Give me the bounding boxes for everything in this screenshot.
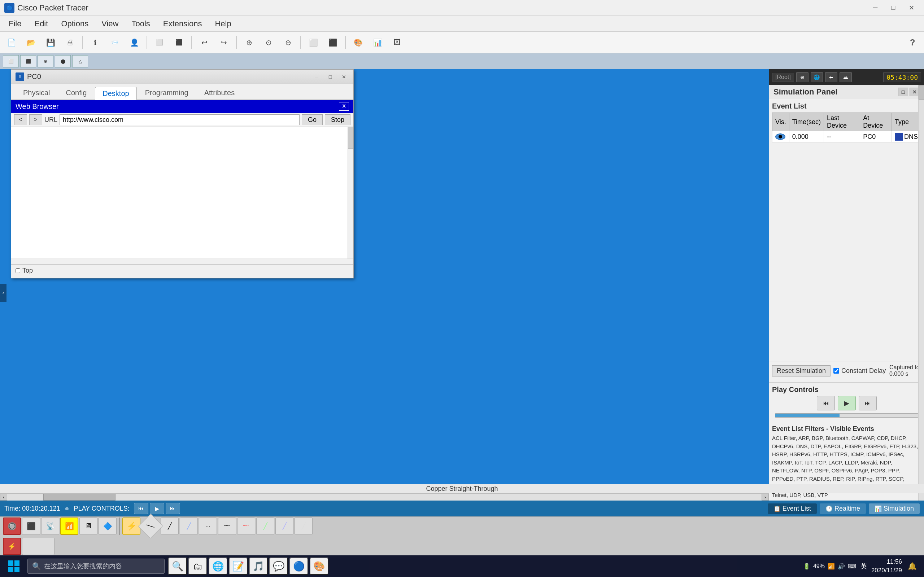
sec-tool-4[interactable]: ⬤: [55, 55, 71, 68]
wireless-device-btn[interactable]: 📶: [60, 517, 78, 535]
sim-btn-3[interactable]: ⬅: [825, 72, 837, 82]
tray-network-icon[interactable]: 📶: [828, 563, 835, 570]
browser-back-button[interactable]: <: [14, 114, 27, 125]
image-button[interactable]: 🖼: [388, 34, 406, 51]
cable-auto-btn[interactable]: ⚡: [122, 517, 141, 535]
sim-btn-4[interactable]: ⛰: [840, 72, 852, 82]
topology-button[interactable]: 📊: [369, 34, 386, 51]
taskbar-task-view-btn[interactable]: 🗂: [188, 558, 207, 575]
play-progress-bar[interactable]: [775, 413, 918, 417]
pdu-button[interactable]: 📨: [106, 34, 123, 51]
event-list-tab[interactable]: 📋 Event List: [768, 503, 817, 514]
cable-straight-btn[interactable]: ╲: [138, 514, 163, 538]
vertical-scrollbar[interactable]: [347, 127, 353, 264]
cable-coax-btn[interactable]: 〰: [237, 517, 255, 535]
col-vis[interactable]: Vis.: [772, 113, 789, 131]
taskbar-cortana-btn[interactable]: 🔍: [168, 558, 187, 575]
move-layout-button[interactable]: ⬛: [324, 34, 341, 51]
menu-tools[interactable]: Tools: [126, 18, 156, 30]
tab-config[interactable]: Config: [58, 86, 94, 100]
constant-delay-checkbox[interactable]: [834, 368, 839, 374]
menu-help[interactable]: Help: [209, 18, 237, 30]
cable-usb-btn[interactable]: ╱: [256, 517, 274, 535]
tab-attributes[interactable]: Attributes: [197, 86, 242, 100]
tray-battery-icon[interactable]: 🔋: [803, 563, 810, 570]
cable-iotCustom-btn[interactable]: ╱: [294, 517, 313, 535]
start-button[interactable]: [3, 558, 24, 575]
window-title-bar[interactable]: 🖥 PC0 ─ □ ✕: [11, 69, 353, 84]
col-type[interactable]: Type: [892, 113, 921, 131]
switch-device-btn[interactable]: ⬛: [22, 517, 40, 535]
search-bar[interactable]: 🔍 在这里输入您要搜索的内容: [27, 559, 165, 574]
scroll-track[interactable]: [7, 494, 762, 501]
sim-maximize-button[interactable]: □: [898, 88, 908, 96]
cable-crossover-btn[interactable]: ╱: [161, 517, 179, 535]
browser-close-button[interactable]: X: [339, 102, 349, 111]
taskbar-ptracer-btn[interactable]: 🔵: [289, 558, 308, 575]
cable-phone-btn[interactable]: 〰: [218, 517, 236, 535]
reset-simulation-button[interactable]: Reset Simulation: [772, 365, 830, 377]
browser-forward-button[interactable]: >: [29, 114, 42, 125]
col-time[interactable]: Time(sec): [789, 113, 824, 131]
palette-button[interactable]: 🎨: [349, 34, 367, 51]
save-button[interactable]: 💾: [42, 34, 59, 51]
vis-eye-icon[interactable]: [775, 134, 785, 140]
top-checkbox[interactable]: [16, 268, 20, 273]
zoom-in-button[interactable]: ⊕: [241, 34, 258, 51]
sim-panel-scrollbar[interactable]: [918, 85, 924, 516]
close-button[interactable]: ✕: [903, 2, 920, 14]
simulation-tab[interactable]: 📊 Simulation: [869, 503, 920, 514]
status-forward-button[interactable]: ⏭: [166, 503, 180, 514]
sim-scrollbar-thumb[interactable]: [919, 85, 924, 100]
horizontal-scrollbar-main[interactable]: ‹ ›: [0, 493, 769, 501]
window-minimize-button[interactable]: ─: [310, 72, 323, 82]
new-button[interactable]: 📄: [3, 34, 20, 51]
realtime-tab[interactable]: 🕐 Realtime: [820, 503, 866, 514]
window-close-button[interactable]: ✕: [338, 72, 351, 82]
hub-device-btn[interactable]: 📡: [41, 517, 59, 535]
go-button[interactable]: Go: [302, 114, 323, 125]
status-play-button[interactable]: ▶: [150, 503, 164, 514]
sec-tool-3[interactable]: ⊕: [37, 55, 53, 68]
scroll-right-arrow[interactable]: ›: [762, 494, 769, 501]
canvas-area[interactable]: ‹ 🖥 PC0 ─ □ ✕ Physical Config Desktop Pr…: [0, 69, 769, 516]
scroll-left-arrow[interactable]: ‹: [0, 494, 7, 501]
maximize-button[interactable]: □: [885, 2, 901, 14]
user-button[interactable]: 👤: [126, 34, 143, 51]
back-to-start-button[interactable]: ⏮: [817, 396, 835, 410]
url-input[interactable]: [60, 114, 300, 125]
copy-config-button[interactable]: ⬜: [151, 34, 168, 51]
left-panel-arrow[interactable]: ‹: [0, 284, 6, 302]
window-maximize-button[interactable]: □: [324, 72, 337, 82]
system-clock[interactable]: 11:56 2020/11/29: [871, 558, 902, 575]
device-search-input[interactable]: [24, 539, 53, 554]
device-name-input[interactable]: [22, 538, 55, 555]
taskbar-weixin-btn[interactable]: 💬: [269, 558, 288, 575]
stop-button[interactable]: Stop: [325, 114, 351, 125]
zoom-out-button[interactable]: ⊖: [279, 34, 297, 51]
info-button[interactable]: ℹ: [87, 34, 104, 51]
taskbar-music-btn[interactable]: 🎵: [249, 558, 268, 575]
tray-volume-icon[interactable]: 🔊: [838, 563, 845, 570]
taskbar-edge-btn[interactable]: 🌐: [208, 558, 228, 575]
cable-serial-btn[interactable]: ···: [199, 517, 217, 535]
menu-extensions[interactable]: Extensions: [157, 18, 208, 30]
help-button[interactable]: ?: [904, 34, 921, 51]
scroll-thumb-main[interactable]: [43, 494, 115, 501]
redo-button[interactable]: ↪: [215, 34, 233, 51]
cable-fiber-btn[interactable]: ╱: [180, 517, 198, 535]
wan-device-btn[interactable]: 🔷: [99, 517, 116, 535]
sim-btn-2[interactable]: 🌐: [811, 72, 823, 82]
minimize-button[interactable]: ─: [867, 2, 884, 14]
sub-device-1[interactable]: ⚡: [3, 538, 21, 555]
language-indicator[interactable]: 英: [861, 562, 867, 571]
menu-options[interactable]: Options: [55, 18, 94, 30]
sec-tool-5[interactable]: △: [72, 55, 88, 68]
play-button[interactable]: ▶: [838, 396, 856, 410]
tab-physical[interactable]: Physical: [16, 86, 57, 100]
rect-select-button[interactable]: ⬜: [305, 34, 322, 51]
server-device-btn[interactable]: 🖥: [79, 517, 97, 535]
router-device-btn[interactable]: 🔘: [3, 517, 21, 535]
menu-file[interactable]: File: [3, 18, 27, 30]
col-at-device[interactable]: At Device: [860, 113, 892, 131]
